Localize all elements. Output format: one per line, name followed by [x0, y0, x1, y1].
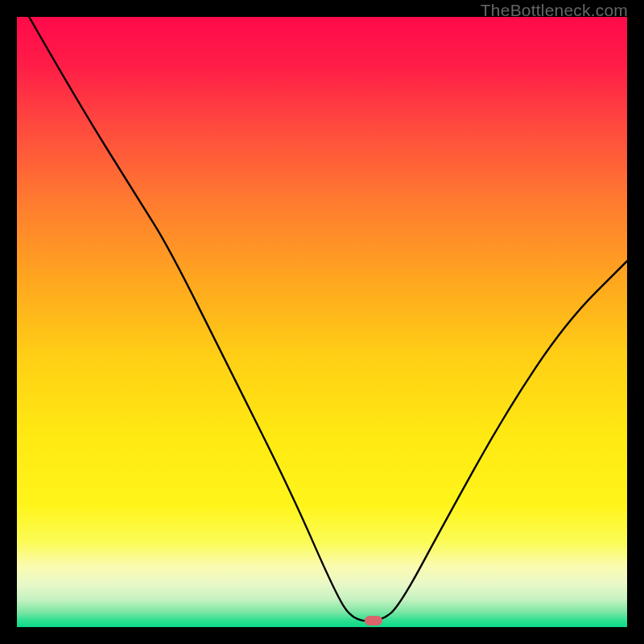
chart-frame: TheBottleneck.com	[0, 0, 644, 644]
bottleneck-curve	[17, 17, 627, 627]
plot-area	[17, 17, 627, 627]
optimal-marker	[365, 616, 382, 625]
